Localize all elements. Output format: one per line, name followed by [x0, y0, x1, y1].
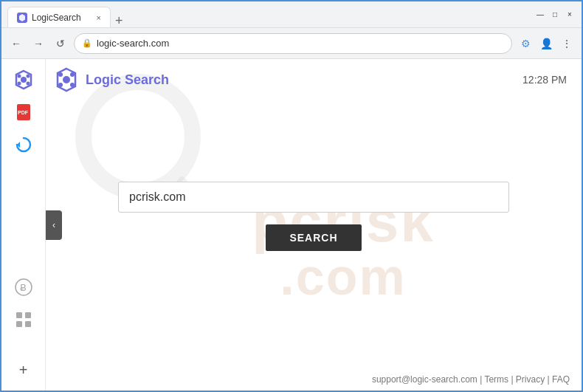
svg-rect-15 — [25, 321, 31, 327]
search-area: SEARCH — [46, 63, 582, 368]
new-tab-button[interactable]: + — [111, 14, 128, 27]
close-button[interactable]: × — [564, 9, 576, 21]
sidebar: PDF Ƀ — [1, 59, 46, 391]
svg-point-2 — [21, 77, 27, 83]
svg-point-5 — [17, 82, 21, 86]
svg-rect-13 — [25, 312, 31, 318]
svg-point-6 — [26, 82, 30, 86]
browser-tab[interactable]: LogicSearch × — [7, 7, 111, 27]
sidebar-icon-pdf[interactable]: PDF — [10, 99, 37, 125]
title-bar: LogicSearch × + — □ × — [1, 1, 582, 28]
main-area: PDF Ƀ — [1, 59, 582, 391]
svg-rect-14 — [16, 321, 22, 327]
menu-button[interactable]: ⋮ — [558, 35, 576, 52]
sidebar-icon-bitcoin[interactable]: Ƀ — [10, 274, 37, 300]
svg-point-3 — [17, 75, 21, 78]
page-content: pcrisk .com ‹ — [46, 59, 582, 391]
footer-privacy[interactable]: Privacy — [516, 374, 545, 385]
sidebar-icon-refresh[interactable] — [10, 131, 37, 158]
minimize-button[interactable]: — — [534, 9, 546, 21]
sidebar-toggle[interactable]: ‹ — [46, 210, 62, 240]
tab-close-button[interactable]: × — [97, 13, 101, 22]
url-text: logic-search.com — [97, 38, 169, 49]
sidebar-add-button[interactable]: + — [10, 357, 37, 383]
back-button[interactable]: ← — [7, 35, 25, 52]
tab-title: LogicSearch — [32, 13, 81, 23]
forward-button[interactable]: → — [30, 35, 47, 52]
svg-rect-12 — [16, 312, 22, 318]
svg-text:PDF: PDF — [18, 110, 29, 115]
toolbar-right: ⚙ 👤 ⋮ — [517, 35, 576, 52]
footer-terms[interactable]: Terms — [484, 374, 508, 385]
tab-area: LogicSearch × + — [7, 1, 528, 27]
refresh-button[interactable]: ↺ — [52, 35, 69, 52]
search-input[interactable] — [118, 182, 509, 213]
maximize-button[interactable]: □ — [549, 9, 561, 21]
sidebar-icon-hex[interactable] — [10, 66, 37, 93]
address-bar: ← → ↺ 🔒 logic-search.com ⚙ 👤 ⋮ — [1, 28, 582, 59]
lock-icon: 🔒 — [82, 38, 92, 48]
svg-marker-0 — [19, 14, 25, 21]
extensions-button[interactable]: ⚙ — [517, 35, 534, 52]
footer-faq[interactable]: FAQ — [552, 374, 570, 385]
browser-window: LogicSearch × + — □ × ← → ↺ 🔒 logic-sear… — [0, 0, 583, 392]
sidebar-icon-grid[interactable] — [10, 306, 37, 333]
profile-button[interactable]: 👤 — [537, 35, 555, 52]
url-box[interactable]: 🔒 logic-search.com — [74, 33, 512, 54]
search-button[interactable]: SEARCH — [266, 224, 361, 251]
window-controls: — □ × — [534, 9, 576, 21]
footer-email[interactable]: support@logic-search.com — [372, 374, 477, 385]
search-input-wrapper — [118, 182, 509, 213]
page-footer: support@logic-search.com | Terms | Priva… — [46, 368, 582, 391]
svg-point-4 — [26, 75, 30, 78]
svg-text:Ƀ: Ƀ — [20, 282, 27, 293]
tab-favicon — [17, 13, 27, 23]
